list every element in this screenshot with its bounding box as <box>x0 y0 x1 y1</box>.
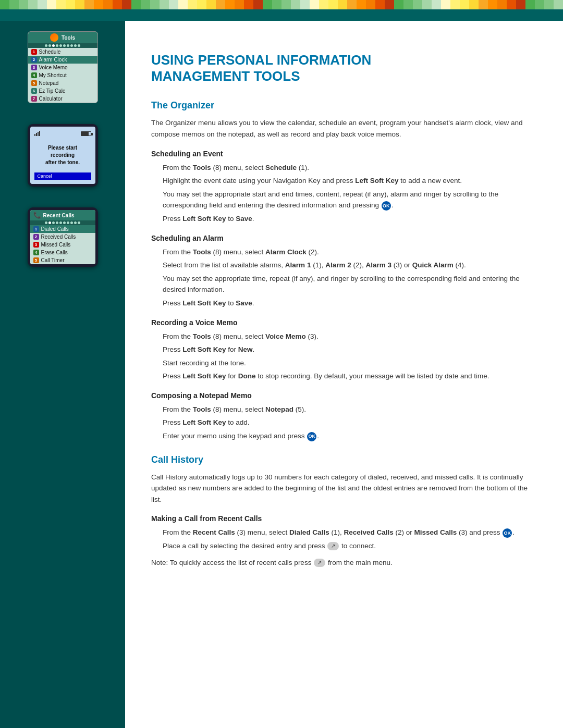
voice-line3: after the tone. <box>45 159 80 166</box>
tools-num-1: 1 <box>31 49 37 55</box>
battery-icon <box>81 131 91 136</box>
tools-menu-header: Tools <box>28 32 97 43</box>
tools-label-5: Notepad <box>39 80 59 86</box>
list-item: Highlight the event date using your Navi… <box>151 175 537 187</box>
voice-text-area: Please start recording after the tone. <box>43 140 82 170</box>
rdot-7 <box>67 221 69 224</box>
rdot-8 <box>70 221 73 224</box>
ok-button-icon-2: OK <box>307 432 316 441</box>
rdot-1 <box>45 221 47 224</box>
tools-label-1: Schedule <box>39 49 61 55</box>
scheduling-alarm-list: From the Tools (8) menu, select Alarm Cl… <box>151 246 537 309</box>
page-title-line2: MANAGEMENT TOOLS <box>151 68 300 84</box>
composing-notepad-list: From the Tools (8) menu, select Notepad … <box>151 404 537 442</box>
rdot-10 <box>78 221 80 224</box>
organizer-intro: The Organizer menu allows you to view th… <box>151 117 537 140</box>
dot-4 <box>56 44 58 47</box>
tools-num-5: 5 <box>31 80 37 86</box>
tools-item-notepad: 5 Notepad <box>28 79 97 87</box>
scheduling-event-list: From the Tools (8) menu, select Schedule… <box>151 162 537 225</box>
voice-line1: Please start <box>48 144 77 152</box>
send-icon: ↗ <box>327 542 339 550</box>
tools-label-6: Ez Tip Calc <box>39 88 66 94</box>
dot-8 <box>70 44 73 47</box>
rdot-9 <box>74 221 77 224</box>
voice-status-bar <box>34 131 91 136</box>
tools-label-7: Calculator <box>39 96 63 102</box>
recent-dots <box>30 220 95 225</box>
list-item: You may set the appropriate start and en… <box>151 189 537 211</box>
voice-screen: Please start recording after the tone. C… <box>30 127 95 184</box>
scheduling-event-title: Scheduling an Event <box>151 150 537 158</box>
voice-cancel-bar[interactable]: Cancel <box>34 172 91 180</box>
phone-icon: 📞 <box>33 212 41 219</box>
recording-voice-title: Recording a Voice Memo <box>151 318 537 327</box>
voice-line2: recording <box>51 152 75 159</box>
recent-item-received: 2 Received Calls <box>30 233 95 241</box>
dot-6 <box>63 44 66 47</box>
dot-5 <box>59 44 62 47</box>
list-item: Press Left Soft Key for New. <box>151 344 537 355</box>
tools-item-schedule: 1 Schedule <box>28 48 97 56</box>
dot-9 <box>74 44 77 47</box>
list-item: Press Left Soft Key to Save. <box>151 213 537 225</box>
page-title: USING PERSONAL INFORMATION MANAGEMENT TO… <box>151 52 537 84</box>
making-call-list: From the Recent Calls (3) menu, select D… <box>151 527 537 551</box>
recent-label-3: Missed Calls <box>41 242 71 248</box>
dot-3 <box>52 44 55 47</box>
recent-num-3: 3 <box>33 242 39 248</box>
dot-2 <box>48 44 51 47</box>
list-item: Place a call by selecting the desired en… <box>151 540 537 552</box>
top-decorative-bar <box>0 0 563 9</box>
second-decorative-bar <box>0 9 563 21</box>
ok-button-icon-3: OK <box>503 528 512 538</box>
list-item: From the Recent Calls (3) menu, select D… <box>151 527 537 538</box>
tools-num-3: 3 <box>31 65 37 70</box>
rdot-6 <box>63 221 66 224</box>
recent-label-5: Call Timer <box>41 257 65 263</box>
tools-num-4: 4 <box>31 72 37 78</box>
list-item: Select from the list of available alarms… <box>151 260 537 271</box>
call-history-section-title: Call History <box>151 454 537 465</box>
recent-num-1: 1 <box>33 226 39 232</box>
tools-item-eztip: 6 Ez Tip Calc <box>28 87 97 95</box>
making-call-title: Making a Call from Recent Calls <box>151 514 537 523</box>
tools-icon <box>50 33 58 42</box>
list-item: From the Tools (8) menu, select Voice Me… <box>151 331 537 342</box>
composing-notepad-title: Composing a Notepad Memo <box>151 391 537 400</box>
scheduling-alarm-title: Scheduling an Alarm <box>151 234 537 242</box>
ok-button-icon: OK <box>382 201 391 211</box>
recent-screen: 📞 Recent Calls 1 Dialed <box>30 210 95 264</box>
recent-item-erase: 4 Erase Calls <box>30 249 95 256</box>
recent-item-dialed: 1 Dialed Calls <box>30 225 95 233</box>
recent-item-timer: 5 Call Timer <box>30 256 95 264</box>
voice-memo-mockup: Please start recording after the tone. C… <box>28 124 98 187</box>
tools-dots <box>28 43 97 48</box>
recent-label-4: Erase Calls <box>41 250 68 255</box>
list-item: Enter your memo using the keypad and pre… <box>151 430 537 442</box>
page-content: Tools 1 Schedule 2 Alarm Clock <box>0 21 563 728</box>
tools-num-2: 2 <box>31 57 37 63</box>
tools-item-shortcut: 4 My Shortcut <box>28 71 97 79</box>
rdot-5 <box>59 221 62 224</box>
list-item: You may set the appropriate time, repeat… <box>151 273 537 295</box>
tools-num-6: 6 <box>31 88 37 94</box>
tools-label-3: Voice Memo <box>39 65 68 70</box>
organizer-section-title: The Organizer <box>151 100 537 111</box>
tools-menu-mockup: Tools 1 Schedule 2 Alarm Clock <box>28 31 98 103</box>
list-item: Press Left Soft Key to Save. <box>151 298 537 309</box>
call-history-intro: Call History automatically logs up to 30… <box>151 472 537 505</box>
rdot-3 <box>52 221 55 224</box>
tools-num-7: 7 <box>31 96 37 102</box>
recent-header: 📞 Recent Calls <box>30 210 95 220</box>
dot-10 <box>78 44 80 47</box>
recent-num-4: 4 <box>33 250 39 255</box>
tools-item-alarm: 2 Alarm Clock <box>28 56 97 64</box>
list-item: From the Tools (8) menu, select Notepad … <box>151 404 537 415</box>
rdot-2 <box>48 221 51 224</box>
call-history-note: Note: To quickly access the list of rece… <box>151 557 537 569</box>
recording-voice-list: From the Tools (8) menu, select Voice Me… <box>151 331 537 382</box>
recent-item-missed: 3 Missed Calls <box>30 241 95 249</box>
recent-num-2: 2 <box>33 234 39 240</box>
sidebar: Tools 1 Schedule 2 Alarm Clock <box>0 21 125 728</box>
